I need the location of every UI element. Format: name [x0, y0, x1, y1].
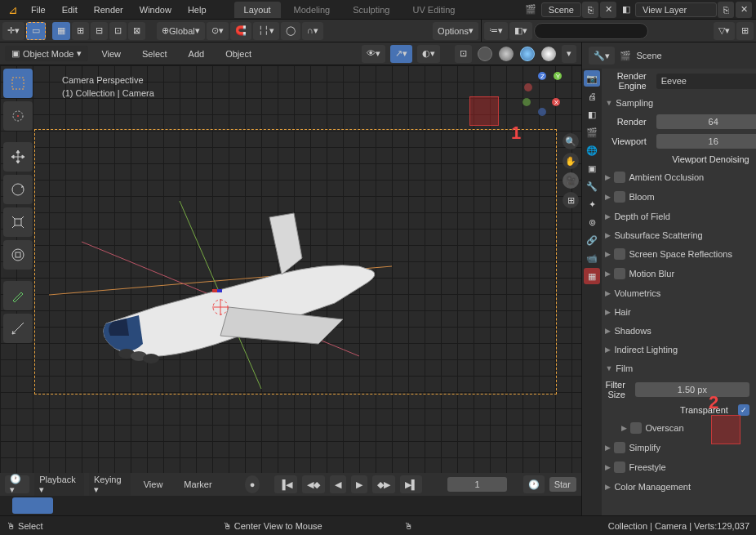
- current-frame[interactable]: 1: [447, 477, 508, 492]
- file-menu[interactable]: File: [23, 2, 54, 18]
- transparent-checkbox[interactable]: [738, 404, 749, 416]
- film-section[interactable]: ▼Film⠿: [602, 359, 756, 377]
- snap-toggle[interactable]: 🧲: [230, 22, 251, 40]
- select-mode-5[interactable]: ⊠: [128, 22, 145, 40]
- tab-uv[interactable]: UV Editing: [402, 2, 465, 18]
- vp-object-menu[interactable]: Object: [217, 46, 260, 62]
- rendered-shade[interactable]: [541, 47, 556, 61]
- tab-sculpting[interactable]: Sculpting: [343, 2, 399, 18]
- search-input[interactable]: [534, 23, 648, 39]
- nav-gizmo[interactable]: Z Y X: [519, 72, 565, 118]
- jump-end-icon[interactable]: ▶▌: [400, 475, 423, 493]
- rotate-tool[interactable]: [3, 175, 33, 204]
- select-tool[interactable]: [3, 69, 33, 98]
- visibility-icon[interactable]: 👁▾: [362, 45, 385, 63]
- solid-shade[interactable]: [499, 47, 514, 61]
- neg-y-axis[interactable]: [523, 98, 531, 106]
- scene-copy-icon[interactable]: ⎘: [582, 2, 598, 18]
- sampling-section[interactable]: ▼Sampling⠿: [602, 93, 756, 112]
- freestyle-checkbox[interactable]: [614, 461, 625, 473]
- bloom-section[interactable]: ▶Bloom⠿: [602, 187, 756, 207]
- play-rev-icon[interactable]: ◀: [330, 475, 346, 493]
- object-props-tab[interactable]: ▣: [584, 160, 600, 176]
- tab-layout[interactable]: Layout: [234, 2, 281, 18]
- gizmo-toggle-icon[interactable]: ↗▾: [390, 45, 412, 63]
- scene-props-tab[interactable]: 🎬: [584, 124, 600, 140]
- viewlayer-props-tab[interactable]: ◧: [584, 106, 600, 123]
- display-mode-icon[interactable]: ◧▾: [509, 22, 532, 40]
- select-mode-3[interactable]: ⊟: [91, 22, 108, 40]
- particle-props-tab[interactable]: ✦: [584, 196, 600, 212]
- scene-selector[interactable]: Scene: [541, 2, 581, 17]
- xray-icon[interactable]: ⊡: [455, 45, 472, 63]
- physics-props-tab[interactable]: ⊚: [584, 214, 600, 230]
- viewlayer-selector[interactable]: View Layer: [635, 2, 717, 17]
- select-mode-1[interactable]: ▦: [52, 22, 70, 40]
- measure-tool[interactable]: [3, 314, 33, 343]
- mode-selector[interactable]: ▣ Object Mode ▾: [5, 46, 88, 61]
- freestyle-section[interactable]: ▶Freestyle⠿: [602, 457, 756, 477]
- motion-checkbox[interactable]: [614, 268, 625, 279]
- edit-menu[interactable]: Edit: [54, 2, 86, 18]
- wireframe-shade[interactable]: [478, 47, 492, 61]
- autokey-icon[interactable]: ●: [245, 475, 260, 493]
- timeline-scrubber[interactable]: [0, 496, 581, 515]
- scale-tool[interactable]: [3, 207, 33, 237]
- render-samples-value[interactable]: 64: [656, 114, 756, 129]
- ao-section[interactable]: ▶Ambient Occlusion⠿: [602, 167, 756, 187]
- cursor-tool[interactable]: [3, 101, 33, 131]
- options-dropdown[interactable]: Options ▾: [433, 22, 478, 40]
- vp-view-menu[interactable]: View: [93, 46, 129, 62]
- perspective-icon[interactable]: ⊞: [563, 192, 579, 208]
- constraint-props-tab[interactable]: 🔗: [584, 232, 600, 248]
- render-engine-select[interactable]: Eevee▾: [656, 74, 756, 89]
- layer-close-icon[interactable]: ✕: [736, 2, 752, 18]
- shading-options[interactable]: ▾: [562, 45, 576, 63]
- props-editor-icon[interactable]: 🔧▾: [589, 47, 615, 65]
- annotate-tool[interactable]: [3, 281, 33, 310]
- play-icon[interactable]: ▶: [351, 475, 367, 493]
- y-axis[interactable]: Y: [554, 72, 562, 80]
- help-menu[interactable]: Help: [180, 2, 215, 18]
- pivot-icon[interactable]: ⊙▾: [207, 22, 229, 40]
- modifier-props-tab[interactable]: 🔧: [584, 178, 600, 194]
- select-box-icon[interactable]: ▭: [26, 22, 46, 40]
- filter-size-value[interactable]: 1.50 px: [635, 382, 749, 397]
- move-tool[interactable]: [3, 142, 33, 172]
- viewport-3d[interactable]: Camera Perspective (1) Collection | Came…: [0, 65, 581, 473]
- output-props-tab[interactable]: 🖨: [584, 88, 600, 105]
- neg-z-axis[interactable]: [538, 108, 546, 116]
- proportional-type[interactable]: ∩▾: [302, 22, 323, 40]
- filter-icon[interactable]: ▽▾: [714, 22, 735, 40]
- overscan-checkbox[interactable]: [630, 422, 642, 434]
- pan-icon[interactable]: ✋: [563, 153, 579, 169]
- vp-select-menu[interactable]: Select: [134, 46, 176, 62]
- texture-props-tab[interactable]: ▦: [584, 268, 600, 284]
- dof-section[interactable]: ▶Depth of Field⠿: [602, 207, 756, 225]
- timeline-marker[interactable]: Marker: [176, 476, 220, 493]
- timeline-view[interactable]: View: [136, 476, 171, 493]
- window-menu[interactable]: Window: [131, 2, 180, 18]
- new-collection-icon[interactable]: ⊞: [736, 22, 754, 40]
- hair-section[interactable]: ▶Hair⠿: [602, 302, 756, 321]
- overlay-toggle-icon[interactable]: ◐▾: [417, 45, 440, 63]
- scene-close-icon[interactable]: ✕: [600, 2, 616, 18]
- jump-start-icon[interactable]: ▐◀: [274, 475, 297, 493]
- matpreview-shade[interactable]: [520, 47, 535, 61]
- shadows-section[interactable]: ▶Shadows⠿: [602, 321, 756, 340]
- ao-checkbox[interactable]: [614, 172, 625, 183]
- indirect-section[interactable]: ▶Indirect Lighting⠿: [602, 340, 756, 359]
- transform-tool[interactable]: [3, 240, 33, 270]
- neg-x-axis[interactable]: [524, 83, 532, 91]
- select-mode-4[interactable]: ⊡: [109, 22, 127, 40]
- render-menu[interactable]: Render: [86, 2, 131, 18]
- tab-modeling[interactable]: Modeling: [284, 2, 340, 18]
- colormgmt-section[interactable]: ▶Color Management⠿: [602, 477, 756, 496]
- snap-type[interactable]: ╎╎▾: [253, 22, 279, 40]
- cursor-tool-icon[interactable]: ✛▾: [2, 22, 24, 40]
- select-mode-2[interactable]: ⊞: [72, 22, 89, 40]
- camera-view-icon[interactable]: 🎥: [563, 172, 579, 189]
- volumetrics-section[interactable]: ▶Volumetrics⠿: [602, 283, 756, 302]
- frame-range-icon[interactable]: 🕐: [523, 475, 545, 493]
- zoom-icon[interactable]: 🔍: [563, 133, 579, 149]
